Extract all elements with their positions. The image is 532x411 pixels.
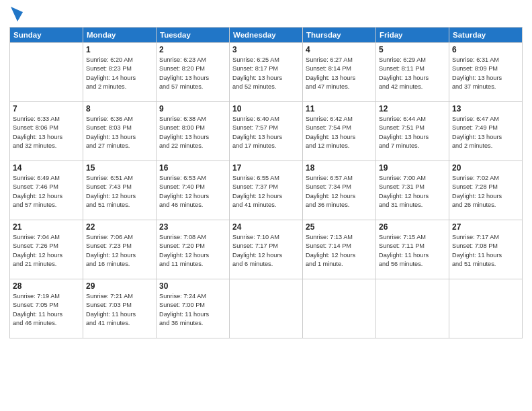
logo (9, 7, 23, 21)
day-number: 8 (86, 104, 153, 113)
day-info: Sunrise: 7:10 AM Sunset: 7:17 PM Dayligh… (232, 233, 300, 269)
day-info: Sunrise: 6:38 AM Sunset: 8:00 PM Dayligh… (159, 115, 226, 150)
day-number: 16 (159, 163, 226, 173)
day-info: Sunrise: 6:49 AM Sunset: 7:46 PM Dayligh… (13, 174, 80, 210)
day-number: 22 (86, 222, 153, 232)
calendar-cell: 3Sunrise: 6:25 AM Sunset: 8:17 PM Daylig… (230, 43, 303, 102)
day-info: Sunrise: 7:04 AM Sunset: 7:26 PM Dayligh… (13, 233, 80, 269)
calendar-cell: 12Sunrise: 6:44 AM Sunset: 7:51 PM Dayli… (376, 102, 449, 161)
day-info: Sunrise: 7:19 AM Sunset: 7:05 PM Dayligh… (13, 292, 80, 328)
day-info: Sunrise: 7:15 AM Sunset: 7:11 PM Dayligh… (379, 233, 446, 269)
weekday-saturday: Saturday (449, 28, 523, 43)
svg-marker-0 (11, 7, 23, 21)
day-info: Sunrise: 6:36 AM Sunset: 8:03 PM Dayligh… (86, 115, 153, 150)
calendar-cell (303, 279, 376, 338)
calendar-cell: 18Sunrise: 6:57 AM Sunset: 7:34 PM Dayli… (303, 161, 376, 220)
day-info: Sunrise: 7:02 AM Sunset: 7:28 PM Dayligh… (452, 174, 519, 210)
calendar-cell: 8Sunrise: 6:36 AM Sunset: 8:03 PM Daylig… (83, 102, 157, 161)
day-info: Sunrise: 7:21 AM Sunset: 7:03 PM Dayligh… (86, 292, 153, 328)
weekday-sunday: Sunday (10, 28, 83, 43)
day-info: Sunrise: 6:53 AM Sunset: 7:40 PM Dayligh… (159, 174, 226, 210)
calendar-cell (10, 43, 83, 102)
day-number: 18 (306, 163, 373, 173)
calendar-cell: 6Sunrise: 6:31 AM Sunset: 8:09 PM Daylig… (449, 43, 523, 102)
calendar-table: SundayMondayTuesdayWednesdayThursdayFrid… (9, 27, 523, 338)
calendar-cell: 25Sunrise: 7:13 AM Sunset: 7:14 PM Dayli… (303, 220, 376, 279)
day-number: 29 (86, 281, 153, 291)
day-info: Sunrise: 7:08 AM Sunset: 7:20 PM Dayligh… (159, 233, 226, 269)
day-number: 6 (452, 45, 519, 54)
day-info: Sunrise: 6:20 AM Sunset: 8:23 PM Dayligh… (86, 56, 153, 91)
day-number: 30 (159, 281, 226, 291)
day-info: Sunrise: 7:00 AM Sunset: 7:31 PM Dayligh… (379, 174, 446, 210)
day-number: 14 (13, 163, 80, 173)
day-info: Sunrise: 7:24 AM Sunset: 7:00 PM Dayligh… (159, 292, 226, 328)
calendar-cell: 30Sunrise: 7:24 AM Sunset: 7:00 PM Dayli… (157, 279, 230, 338)
calendar-cell (449, 279, 523, 338)
week-row-1: 1Sunrise: 6:20 AM Sunset: 8:23 PM Daylig… (10, 43, 523, 102)
day-info: Sunrise: 6:23 AM Sunset: 8:20 PM Dayligh… (159, 56, 226, 91)
calendar-cell (376, 279, 449, 338)
weekday-wednesday: Wednesday (230, 28, 303, 43)
day-number: 4 (306, 45, 373, 54)
day-info: Sunrise: 6:25 AM Sunset: 8:17 PM Dayligh… (232, 56, 300, 91)
day-number: 17 (232, 163, 300, 173)
calendar-cell: 11Sunrise: 6:42 AM Sunset: 7:54 PM Dayli… (303, 102, 376, 161)
day-number: 13 (452, 104, 519, 113)
day-info: Sunrise: 6:31 AM Sunset: 8:09 PM Dayligh… (452, 56, 519, 91)
day-info: Sunrise: 6:44 AM Sunset: 7:51 PM Dayligh… (379, 115, 446, 150)
calendar-cell: 10Sunrise: 6:40 AM Sunset: 7:57 PM Dayli… (230, 102, 303, 161)
calendar-cell: 4Sunrise: 6:27 AM Sunset: 8:14 PM Daylig… (303, 43, 376, 102)
day-info: Sunrise: 7:13 AM Sunset: 7:14 PM Dayligh… (306, 233, 373, 269)
calendar-cell: 7Sunrise: 6:33 AM Sunset: 8:06 PM Daylig… (10, 102, 83, 161)
calendar-cell: 20Sunrise: 7:02 AM Sunset: 7:28 PM Dayli… (449, 161, 523, 220)
calendar-cell: 2Sunrise: 6:23 AM Sunset: 8:20 PM Daylig… (157, 43, 230, 102)
calendar-cell: 24Sunrise: 7:10 AM Sunset: 7:17 PM Dayli… (230, 220, 303, 279)
calendar-cell: 9Sunrise: 6:38 AM Sunset: 8:00 PM Daylig… (157, 102, 230, 161)
day-number: 1 (86, 45, 153, 54)
weekday-friday: Friday (376, 28, 449, 43)
week-row-3: 14Sunrise: 6:49 AM Sunset: 7:46 PM Dayli… (10, 161, 523, 220)
day-number: 7 (13, 104, 80, 113)
day-number: 2 (159, 45, 226, 54)
calendar-cell: 22Sunrise: 7:06 AM Sunset: 7:23 PM Dayli… (83, 220, 157, 279)
day-number: 25 (306, 222, 373, 232)
week-row-5: 28Sunrise: 7:19 AM Sunset: 7:05 PM Dayli… (10, 279, 523, 338)
day-number: 24 (232, 222, 300, 232)
weekday-thursday: Thursday (303, 28, 376, 43)
day-info: Sunrise: 6:55 AM Sunset: 7:37 PM Dayligh… (232, 174, 300, 210)
calendar-cell (230, 279, 303, 338)
day-number: 3 (232, 45, 300, 54)
calendar-cell: 29Sunrise: 7:21 AM Sunset: 7:03 PM Dayli… (83, 279, 157, 338)
day-number: 11 (306, 104, 373, 113)
day-number: 20 (452, 163, 519, 173)
calendar-cell: 15Sunrise: 6:51 AM Sunset: 7:43 PM Dayli… (83, 161, 157, 220)
calendar-cell: 28Sunrise: 7:19 AM Sunset: 7:05 PM Dayli… (10, 279, 83, 338)
weekday-header-row: SundayMondayTuesdayWednesdayThursdayFrid… (10, 28, 523, 43)
day-number: 28 (13, 281, 80, 291)
day-info: Sunrise: 6:33 AM Sunset: 8:06 PM Dayligh… (13, 115, 80, 150)
day-info: Sunrise: 6:51 AM Sunset: 7:43 PM Dayligh… (86, 174, 153, 210)
day-info: Sunrise: 6:40 AM Sunset: 7:57 PM Dayligh… (232, 115, 300, 150)
calendar-cell: 5Sunrise: 6:29 AM Sunset: 8:11 PM Daylig… (376, 43, 449, 102)
calendar-cell: 26Sunrise: 7:15 AM Sunset: 7:11 PM Dayli… (376, 220, 449, 279)
day-info: Sunrise: 6:29 AM Sunset: 8:11 PM Dayligh… (379, 56, 446, 91)
day-info: Sunrise: 7:06 AM Sunset: 7:23 PM Dayligh… (86, 233, 153, 269)
day-number: 23 (159, 222, 226, 232)
calendar-cell: 19Sunrise: 7:00 AM Sunset: 7:31 PM Dayli… (376, 161, 449, 220)
day-number: 27 (452, 222, 519, 232)
day-number: 26 (379, 222, 446, 232)
day-number: 21 (13, 222, 80, 232)
calendar-cell: 16Sunrise: 6:53 AM Sunset: 7:40 PM Dayli… (157, 161, 230, 220)
day-info: Sunrise: 6:47 AM Sunset: 7:49 PM Dayligh… (452, 115, 519, 150)
logo-icon (11, 7, 23, 21)
header (9, 7, 523, 21)
day-number: 15 (86, 163, 153, 173)
calendar-cell: 14Sunrise: 6:49 AM Sunset: 7:46 PM Dayli… (10, 161, 83, 220)
weekday-monday: Monday (83, 28, 157, 43)
day-number: 9 (159, 104, 226, 113)
day-number: 10 (232, 104, 300, 113)
calendar-cell: 23Sunrise: 7:08 AM Sunset: 7:20 PM Dayli… (157, 220, 230, 279)
calendar-cell: 27Sunrise: 7:17 AM Sunset: 7:08 PM Dayli… (449, 220, 523, 279)
day-info: Sunrise: 6:57 AM Sunset: 7:34 PM Dayligh… (306, 174, 373, 210)
